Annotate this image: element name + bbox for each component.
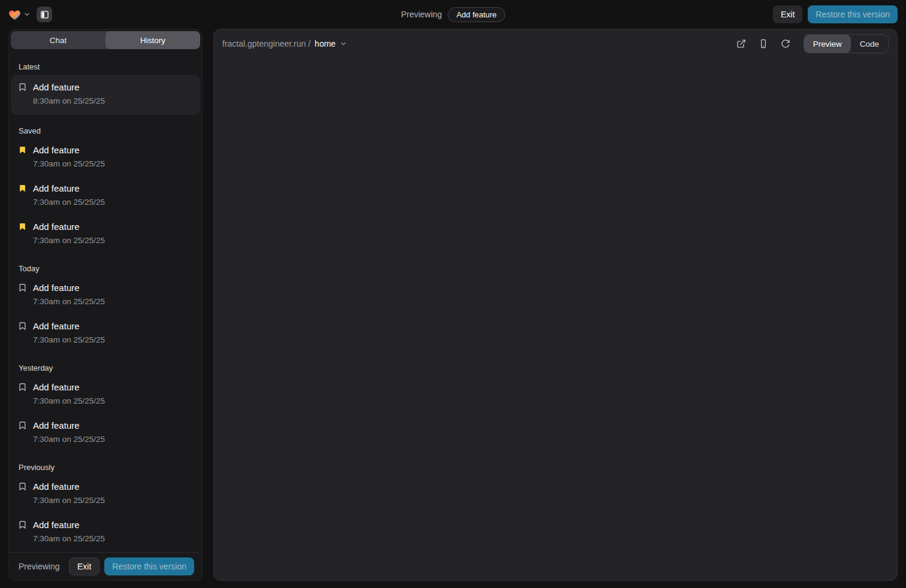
history-item-text: Add feature 7:30am on 25/25/25 <box>33 220 105 246</box>
history-section: Previously Add feature 7:30am on 25/25/2… <box>9 462 202 551</box>
history-item-text: Add feature 7:30am on 25/25/25 <box>33 519 105 544</box>
history-item-timestamp: 7:30am on 25/25/25 <box>33 197 105 208</box>
section-items: Add feature 8:30am on 25/25/25 <box>9 75 202 115</box>
previewing-label: Previewing <box>19 562 59 571</box>
bookmark-outline-icon <box>18 322 28 331</box>
preview-header-actions: PreviewCode <box>732 34 889 53</box>
history-item[interactable]: Add feature 7:30am on 25/25/25 <box>11 176 200 214</box>
mobile-view-button[interactable] <box>754 35 772 53</box>
version-badge[interactable]: Add feature <box>448 7 505 22</box>
chevron-down-icon <box>340 40 347 47</box>
history-item[interactable]: Add feature 7:30am on 25/25/25 <box>11 413 200 451</box>
history-item-timestamp: 7:30am on 25/25/25 <box>33 296 105 307</box>
open-in-new-tab-button[interactable] <box>732 35 750 53</box>
history-item[interactable]: Add feature 7:30am on 25/25/25 <box>11 214 200 253</box>
refresh-button[interactable] <box>777 35 795 53</box>
restore-version-button[interactable]: Restore this version <box>104 557 194 575</box>
tab-code[interactable]: Code <box>851 35 888 53</box>
external-link-icon <box>736 39 746 49</box>
history-item-text: Add feature 7:30am on 25/25/25 <box>33 419 105 445</box>
history-item-timestamp: 8:30am on 25/25/25 <box>33 96 105 107</box>
restore-version-button[interactable]: Restore this version <box>808 5 898 23</box>
history-item-timestamp: 7:30am on 25/25/25 <box>33 495 105 506</box>
history-item-title: Add feature <box>33 519 105 531</box>
app-root: Previewing Add feature Exit Restore this… <box>0 0 906 588</box>
section-title: Previously <box>19 462 192 473</box>
history-item-title: Add feature <box>33 144 105 156</box>
history-item-title: Add feature <box>33 220 105 233</box>
history-item[interactable]: Add feature 7:30am on 25/25/25 <box>11 275 200 314</box>
preview-url-page: home <box>315 39 336 49</box>
smartphone-icon <box>759 39 768 49</box>
history-sidebar: ChatHistory Latest Add feature 8:30am on… <box>8 29 203 581</box>
section-title: Latest <box>19 62 192 72</box>
top-bar: Previewing Add feature Exit Restore this… <box>0 0 906 29</box>
history-section: Today Add feature 7:30am on 25/25/25 Add… <box>9 263 202 352</box>
history-item-title: Add feature <box>33 182 105 195</box>
history-item-title: Add feature <box>33 381 105 393</box>
bookmark-filled-icon <box>18 146 28 155</box>
topbar-center: Previewing Add feature <box>401 0 505 29</box>
tab-preview[interactable]: Preview <box>804 35 851 53</box>
previewing-label: Previewing <box>401 10 442 19</box>
history-section: Yesterday Add feature 7:30am on 25/25/25… <box>9 363 202 451</box>
history-item-timestamp: 7:30am on 25/25/25 <box>33 235 105 246</box>
section-title: Today <box>19 263 192 274</box>
logo-menu[interactable] <box>8 9 31 20</box>
history-item[interactable]: Add feature 7:30am on 25/25/25 <box>11 138 200 176</box>
sidebar-toggle-button[interactable] <box>37 7 52 22</box>
bookmark-outline-icon <box>18 421 28 431</box>
history-item[interactable]: Add feature 7:30am on 25/25/25 <box>11 375 200 413</box>
history-item-text: Add feature 7:30am on 25/25/25 <box>33 182 105 208</box>
bookmark-outline-icon <box>18 283 28 293</box>
tab-chat[interactable]: Chat <box>11 31 105 49</box>
history-item-text: Add feature 7:30am on 25/25/25 <box>33 381 105 407</box>
history-item-title: Add feature <box>33 81 105 93</box>
history-item-text: Add feature 7:30am on 25/25/25 <box>33 480 105 506</box>
lovable-heart-logo <box>8 9 21 20</box>
preview-header: fractal.gptengineer.run / home <box>214 29 897 58</box>
bookmark-outline-icon <box>18 383 28 392</box>
history-item-timestamp: 7:30am on 25/25/25 <box>33 159 105 169</box>
history-item[interactable]: Add feature 7:30am on 25/25/25 <box>11 513 200 551</box>
history-section: Saved Add feature 7:30am on 25/25/25 Add… <box>9 126 202 253</box>
section-items: Add feature 7:30am on 25/25/25 Add featu… <box>9 375 202 451</box>
bookmark-filled-icon <box>18 222 28 232</box>
history-item-text: Add feature 7:30am on 25/25/25 <box>33 144 105 169</box>
exit-button[interactable]: Exit <box>773 5 802 23</box>
history-item-title: Add feature <box>33 320 105 332</box>
bookmark-outline-icon <box>18 83 28 92</box>
section-items: Add feature 7:30am on 25/25/25 Add featu… <box>9 474 202 551</box>
history-item-title: Add feature <box>33 480 105 493</box>
history-item-timestamp: 7:30am on 25/25/25 <box>33 335 105 345</box>
chat-history-tabs: ChatHistory <box>11 31 200 49</box>
history-item-timestamp: 7:30am on 25/25/25 <box>33 534 105 544</box>
history-item-timestamp: 7:30am on 25/25/25 <box>33 434 105 445</box>
bookmark-outline-icon <box>18 482 28 492</box>
preview-url-prefix: fractal.gptengineer.run / <box>222 39 310 49</box>
refresh-icon <box>781 39 790 49</box>
preview-code-toggle: PreviewCode <box>804 34 889 53</box>
chevron-down-icon <box>23 11 31 18</box>
footer-actions: Exit Restore this version <box>69 557 194 575</box>
section-items: Add feature 7:30am on 25/25/25 Add featu… <box>9 138 202 253</box>
history-item[interactable]: Add feature 7:30am on 25/25/25 <box>11 314 200 352</box>
topbar-right: Exit Restore this version <box>773 5 898 23</box>
history-item[interactable]: Add feature 7:30am on 25/25/25 <box>11 474 200 513</box>
bookmark-filled-icon <box>18 184 28 193</box>
section-title: Saved <box>19 126 192 137</box>
history-item[interactable]: Add feature 8:30am on 25/25/25 <box>11 75 200 115</box>
topbar-left <box>8 7 52 22</box>
history-item-title: Add feature <box>33 419 105 432</box>
section-items: Add feature 7:30am on 25/25/25 Add featu… <box>9 275 202 352</box>
panel-left-icon <box>40 10 49 19</box>
section-title: Yesterday <box>19 363 192 374</box>
sidebar-footer: Previewing Exit Restore this version <box>9 552 202 580</box>
tab-history[interactable]: History <box>105 31 200 49</box>
preview-panel: fractal.gptengineer.run / home <box>213 29 898 581</box>
history-item-text: Add feature 7:30am on 25/25/25 <box>33 320 105 345</box>
history-list: Latest Add feature 8:30am on 25/25/25 Sa… <box>9 51 202 552</box>
history-section: Latest Add feature 8:30am on 25/25/25 <box>9 62 202 115</box>
preview-url-selector[interactable]: fractal.gptengineer.run / home <box>222 39 347 49</box>
exit-button[interactable]: Exit <box>69 557 99 575</box>
